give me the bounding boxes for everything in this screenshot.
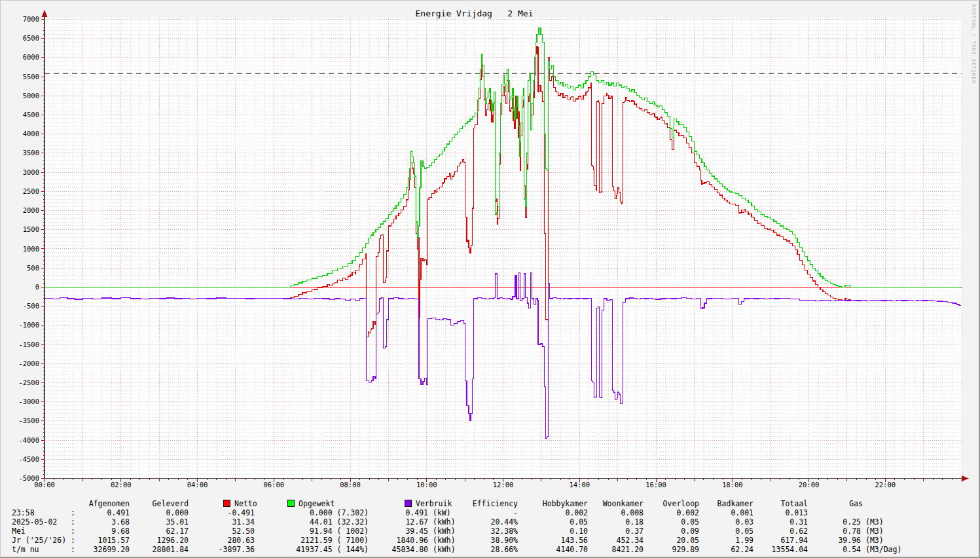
svg-text:4500: 4500 (23, 111, 39, 119)
svg-text:3500: 3500 (23, 149, 39, 157)
cell-gas: 39.96 (763, 536, 861, 545)
cell-netto: -3897.36 (156, 546, 255, 554)
cell-totaal: 0.013 (710, 509, 808, 517)
cell-gas-unit: (M3) (865, 527, 884, 536)
svg-text:02:00: 02:00 (111, 481, 132, 489)
cell-netto: 52.50 (156, 527, 255, 536)
rrdtool-graph: -5000-4500-4000-3500-3000-2500-2000-1500… (0, 0, 980, 558)
energy-chart-canvas: -5000-4500-4000-3500-3000-2500-2000-1500… (1, 1, 980, 495)
svg-text:10:00: 10:00 (416, 481, 437, 489)
col-header-netto: Netto (223, 500, 257, 508)
col-header-verbruik-legend-swatch (405, 500, 412, 507)
cell-gas-unit: (M3) (865, 518, 884, 527)
svg-text:16:00: 16:00 (645, 481, 666, 489)
svg-text:5500: 5500 (23, 73, 39, 81)
svg-text:500: 500 (27, 264, 39, 272)
cell-verbruik: 39.45 (330, 527, 428, 536)
col-header-opgewekt-legend-swatch (287, 500, 295, 507)
svg-text:04:00: 04:00 (187, 481, 208, 489)
cell-verbruik: 45834.80 (330, 546, 428, 554)
svg-text:-500: -500 (23, 302, 39, 310)
svg-text:6500: 6500 (23, 34, 39, 42)
svg-text:20:00: 20:00 (799, 481, 820, 489)
svg-text:-3000: -3000 (18, 398, 39, 405)
svg-text:08:00: 08:00 (340, 481, 361, 489)
svg-text:3000: 3000 (23, 168, 39, 176)
svg-text:2000: 2000 (23, 206, 39, 214)
cell-netto: 31.34 (156, 518, 255, 527)
svg-text:-1000: -1000 (18, 321, 39, 329)
cell-verbruik: 1840.96 (330, 536, 428, 545)
svg-text:1500: 1500 (23, 225, 39, 233)
row-label: Mei (12, 527, 26, 536)
svg-text:00:00: 00:00 (34, 481, 55, 489)
cell-gas: 0.54 (763, 546, 861, 554)
col-header-netto-legend-swatch (223, 500, 230, 507)
cell-gas: 0.25 (763, 518, 861, 527)
cell-gas-unit: (M3) (865, 536, 884, 545)
svg-text:14:00: 14:00 (569, 481, 590, 489)
svg-text:-3500: -3500 (18, 417, 39, 424)
chart-title: Energie Vrijdag 2 Mei (1, 9, 948, 18)
svg-text:2500: 2500 (23, 187, 39, 195)
svg-text:-1500: -1500 (18, 341, 39, 348)
cell-gas-unit: (M3/Dag) (865, 546, 901, 554)
svg-text:1000: 1000 (23, 245, 39, 253)
col-header-geleverd: Geleverd (90, 500, 189, 508)
svg-text:-4000: -4000 (18, 436, 39, 444)
cell-verbruik: 0.491 (330, 509, 428, 517)
col-header-opgewekt: Opgewekt (287, 500, 335, 508)
svg-text:12:00: 12:00 (493, 481, 514, 489)
svg-text:-4500: -4500 (18, 455, 39, 463)
cell-verbruik: 12.67 (330, 518, 428, 527)
svg-text:0: 0 (35, 283, 39, 291)
svg-text:6000: 6000 (23, 53, 39, 61)
svg-text:18:00: 18:00 (722, 481, 743, 489)
svg-text:22:00: 22:00 (875, 481, 896, 489)
svg-text:4000: 4000 (23, 130, 39, 138)
col-header-gas: Gas (765, 500, 863, 508)
svg-text:5000: 5000 (23, 92, 39, 100)
svg-text:06:00: 06:00 (263, 481, 284, 489)
cell-gas: 0.78 (763, 527, 861, 536)
rrdtool-watermark: RRDTOOL / TOBI OETIKER (971, 5, 977, 84)
svg-text:-2000: -2000 (18, 360, 39, 367)
svg-text:-2500: -2500 (18, 379, 39, 386)
cell-netto: 280.63 (156, 536, 255, 545)
cell-netto: -0.491 (156, 509, 255, 517)
